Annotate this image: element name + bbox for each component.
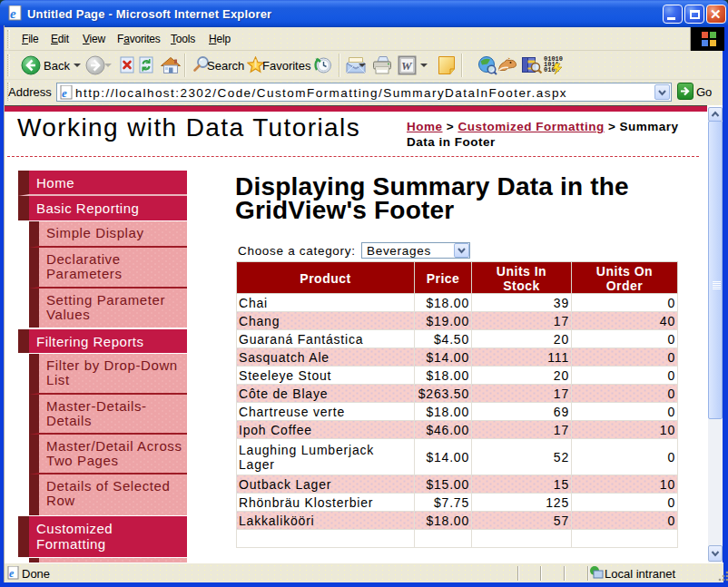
svg-text:e: e [10, 6, 16, 21]
svg-text:e: e [9, 567, 15, 580]
svg-text:W: W [401, 59, 413, 73]
svg-text:e: e [62, 86, 67, 100]
